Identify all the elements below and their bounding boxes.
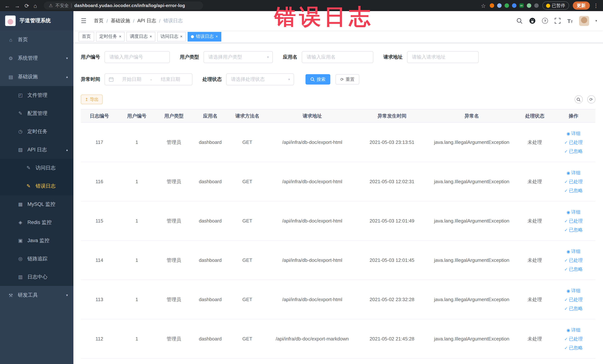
- user-type-select[interactable]: 请选择用户类型 ▾: [204, 51, 273, 63]
- font-size-icon[interactable]: TT: [568, 18, 573, 24]
- action-processed[interactable]: ✓已处理: [553, 138, 594, 147]
- app-name-input[interactable]: 请输入应用名: [302, 51, 373, 63]
- sidebar-item-infra[interactable]: ▤ 基础设施 ▴: [0, 68, 73, 86]
- extension-icon[interactable]: [489, 3, 494, 8]
- avatar[interactable]: [579, 16, 589, 26]
- cell-request-url: /api/infra/db-doc/export-html: [266, 240, 358, 280]
- action-processed[interactable]: ✓已处理: [553, 177, 594, 186]
- action-detail[interactable]: ◉详细: [553, 208, 594, 216]
- breadcrumb-home[interactable]: 首页: [94, 17, 104, 24]
- sidebar-item-java[interactable]: ▣ Java 监控: [0, 231, 73, 250]
- action-ignored[interactable]: ✓已忽略: [553, 304, 594, 313]
- action-detail[interactable]: ◉详细: [553, 129, 594, 138]
- process-status-select[interactable]: 请选择处理状态 ▾: [226, 73, 294, 85]
- sidebar-item-trace[interactable]: ◎ 链路追踪: [0, 250, 73, 268]
- close-icon[interactable]: ×: [180, 35, 183, 39]
- sidebar-item-log-center[interactable]: ▥ 日志中心: [0, 268, 73, 286]
- action-ignored[interactable]: ✓已忽略: [553, 343, 594, 352]
- bookmark-star-icon[interactable]: ☆: [481, 3, 486, 8]
- refresh-button[interactable]: ⟳: [587, 95, 595, 104]
- action-processed[interactable]: ✓已处理: [553, 295, 594, 304]
- address-bar[interactable]: ⚠ 不安全 dashboard.yudao.iocoder.cn/infra/l…: [44, 1, 203, 10]
- close-icon[interactable]: ×: [119, 35, 121, 39]
- action-detail[interactable]: ◉详细: [553, 286, 594, 295]
- extension-icon[interactable]: [534, 3, 538, 8]
- github-icon[interactable]: [529, 17, 536, 24]
- sidebar-item-api-log[interactable]: ▧ API 日志 ▴: [0, 141, 73, 159]
- sidebar-item-redis[interactable]: ◈ Redis 监控: [0, 213, 73, 231]
- help-icon[interactable]: ?: [542, 18, 548, 24]
- action-ignored[interactable]: ✓已忽略: [553, 147, 594, 156]
- extension-icon[interactable]: [512, 3, 516, 8]
- sidebar-item-mysql[interactable]: ▦ MySQL 监控: [0, 195, 73, 213]
- export-button[interactable]: ↥ 导出: [81, 94, 103, 104]
- browser-home-icon[interactable]: ⌂: [34, 3, 37, 8]
- reload-icon[interactable]: ⟳: [24, 3, 29, 8]
- sidebar-collapse-icon[interactable]: ☰: [79, 17, 88, 25]
- tab-job-log[interactable]: 调度日志 ×: [127, 32, 155, 41]
- extension-icon[interactable]: [497, 3, 501, 8]
- action-ignored[interactable]: ✓已忽略: [553, 225, 594, 234]
- sidebar-item-label: 基础设施: [18, 73, 38, 80]
- action-processed[interactable]: ✓已处理: [553, 216, 594, 225]
- sidebar-item-dev-tools[interactable]: ⚒ 研发工具 ▾: [0, 286, 73, 305]
- tab-error-log[interactable]: 错误日志 ×: [188, 32, 221, 41]
- cell-time: 2021-05-02 23:32:28: [358, 280, 426, 319]
- eye-icon: ◉: [567, 288, 570, 293]
- breadcrumb-api-log[interactable]: API 日志: [137, 17, 156, 24]
- sidebar-item-label: API 日志: [27, 146, 47, 153]
- cell-status: 未处理: [518, 201, 552, 240]
- search-toggle-button[interactable]: [574, 95, 583, 104]
- breadcrumb-infra[interactable]: 基础设施: [111, 17, 130, 24]
- action-ignored[interactable]: ✓已忽略: [553, 186, 594, 195]
- sidebar-item-home[interactable]: ⌂ 首页: [0, 30, 73, 49]
- start-date-input[interactable]: 开始日期: [114, 76, 150, 83]
- infra-icon: ▤: [7, 74, 14, 80]
- sidebar-item-system[interactable]: ⚙ 系统管理 ▾: [0, 49, 73, 68]
- sidebar-item-job[interactable]: ◷ 定时任务: [0, 122, 73, 141]
- extension-icon[interactable]: [504, 3, 509, 8]
- search-icon[interactable]: [516, 17, 523, 24]
- close-icon[interactable]: ×: [216, 35, 218, 39]
- sidebar-item-file[interactable]: ◰ 文件管理: [0, 86, 73, 104]
- back-icon[interactable]: ←: [4, 3, 10, 8]
- sidebar-item-config[interactable]: ✎ 配置管理: [0, 104, 73, 122]
- action-detail[interactable]: ◉详细: [553, 325, 594, 334]
- action-detail[interactable]: ◉详细: [553, 168, 594, 177]
- caret-down-icon[interactable]: ▾: [595, 19, 597, 23]
- check-icon: ✓: [564, 188, 568, 193]
- check-icon: ✓: [564, 219, 568, 223]
- tab-home[interactable]: 首页: [79, 32, 94, 41]
- close-icon[interactable]: ×: [150, 35, 152, 39]
- col-exception: 异常名: [426, 109, 518, 123]
- user-id-input[interactable]: 请输入用户编号: [104, 51, 170, 63]
- date-range-picker[interactable]: 开始日期 - 结束日期: [104, 73, 192, 85]
- update-button[interactable]: 更新: [573, 1, 590, 10]
- breadcrumb-separator: /: [107, 18, 108, 23]
- cell-method: GET: [228, 319, 266, 358]
- fullscreen-icon[interactable]: [555, 17, 561, 24]
- smiley-icon: [546, 3, 550, 8]
- request-url-input[interactable]: 请输入请求地址: [407, 51, 479, 63]
- extension-icon[interactable]: [527, 3, 531, 8]
- browser-menu-icon[interactable]: ⋮: [593, 3, 599, 9]
- action-processed[interactable]: ✓已处理: [553, 334, 594, 343]
- action-detail[interactable]: ◉详细: [553, 247, 594, 256]
- sidebar-item-error-log[interactable]: ✎ 错误日志: [0, 177, 73, 195]
- col-method: 请求方法名: [228, 109, 266, 123]
- action-processed[interactable]: ✓已处理: [553, 256, 594, 265]
- action-ignored[interactable]: ✓已忽略: [553, 265, 594, 273]
- search-button[interactable]: 搜索: [305, 74, 330, 84]
- extension-icon[interactable]: on: [519, 3, 524, 8]
- sidebar-item-access-log[interactable]: ✎ 访问日志: [0, 159, 73, 177]
- tab-job[interactable]: 定时任务 ×: [96, 32, 125, 41]
- end-date-input[interactable]: 结束日期: [152, 76, 188, 83]
- tab-access-log[interactable]: 访问日志 ×: [157, 32, 186, 41]
- access-log-icon: ✎: [25, 165, 32, 171]
- reset-button[interactable]: ⟳ 重置: [336, 74, 359, 84]
- redis-icon: ◈: [17, 220, 24, 225]
- paused-label: 已暂停: [552, 2, 565, 9]
- cell-exception: java.lang.IllegalArgumentException: [426, 240, 518, 280]
- paused-badge[interactable]: 已暂停: [542, 1, 569, 10]
- forward-icon[interactable]: →: [14, 3, 20, 8]
